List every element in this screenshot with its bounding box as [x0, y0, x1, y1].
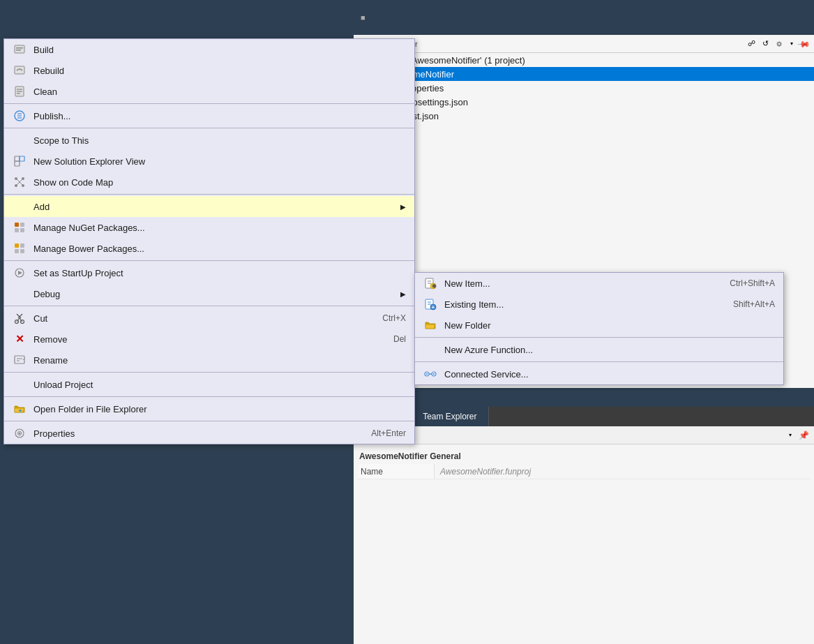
properties-tree-item[interactable]: Properties: [354, 81, 814, 95]
se-title: Solution Explorer: [359, 40, 743, 48]
submenu-item-existing[interactable]: + Existing Item... Shift+Alt+A: [415, 294, 783, 315]
add-submenu-arrow: ▶: [400, 203, 406, 211]
svg-text:+: +: [432, 304, 435, 310]
menu-item-properties[interactable]: Properties Alt+Enter: [4, 423, 414, 444]
azure-label: New Azure Function...: [444, 345, 768, 355]
cut-shortcut: Ctrl+X: [382, 313, 406, 323]
props-pin[interactable]: 📌: [799, 430, 808, 440]
svg-point-72: [433, 373, 435, 375]
menu-item-unload[interactable]: Unload Project: [4, 374, 414, 395]
code-map-icon: [13, 175, 27, 189]
se-toolbar-icon2[interactable]: ↺: [760, 38, 771, 50]
svg-rect-17: [16, 50, 21, 51]
sep-2: [4, 128, 414, 128]
existing-item-shortcut: Shift+Alt+A: [733, 299, 775, 309]
menu-item-remove[interactable]: ✕ Remove Del: [4, 329, 414, 350]
svg-point-57: [19, 433, 21, 435]
new-explorer-label: New Solution Explorer View: [33, 156, 406, 167]
rebuild-label: Rebuild: [33, 66, 406, 76]
svg-rect-41: [20, 244, 24, 248]
menu-item-code-map[interactable]: Show on Code Map: [4, 172, 414, 193]
svg-rect-38: [15, 228, 19, 232]
props-title-project: AwesomeNotifier: [359, 451, 428, 461]
bottom-section: ...Explorer Team Explorer ⊞ es ▾ 📌 Aweso…: [354, 407, 814, 644]
menu-item-startup[interactable]: Set as StartUp Project: [4, 262, 414, 283]
add-icon: [13, 200, 27, 214]
project-tree-item[interactable]: A AwesomeNotifier: [354, 67, 814, 81]
menu-item-nuget[interactable]: Manage NuGet Packages...: [4, 217, 414, 238]
sep-3: [4, 194, 414, 195]
connected-label: Connected Service...: [444, 369, 768, 380]
sep-8: [4, 421, 414, 421]
menu-item-rename[interactable]: Rename: [4, 350, 414, 370]
submenu-item-azure[interactable]: New Azure Function...: [415, 339, 783, 360]
cut-icon: [13, 311, 27, 325]
startup-label: Set as StartUp Project: [33, 268, 406, 278]
menu-item-add[interactable]: Add ▶: [4, 196, 414, 217]
sep-4: [4, 260, 414, 261]
bower-label: Manage Bower Packages...: [33, 244, 406, 254]
submenu-item-connected[interactable]: Connected Service...: [415, 364, 783, 384]
solution-explorer-titlebar: Solution Explorer ☍ ↺ ⛭ ▾ 📌: [354, 35, 814, 53]
debug-label: Debug: [33, 289, 393, 299]
properties-menu-label: Properties: [33, 428, 364, 439]
menu-item-cut[interactable]: Cut Ctrl+X: [4, 308, 414, 329]
sep-6: [4, 372, 414, 373]
rebuild-icon: [13, 63, 27, 77]
submenu-item-new-folder[interactable]: New Folder: [415, 315, 783, 336]
add-submenu: ✱ New Item... Ctrl+Shift+A + Existing It…: [414, 272, 784, 385]
unload-icon: [13, 377, 27, 391]
existing-item-label: Existing Item...: [444, 299, 726, 310]
solution-explorer-top: ■: [354, 0, 814, 35]
menu-item-debug[interactable]: Debug ▶: [4, 283, 414, 304]
solution-tree-item[interactable]: Solution 'AwesomeNotifier' (1 project): [354, 53, 814, 67]
startup-icon: [13, 266, 27, 280]
submenu-item-new-item[interactable]: ✱ New Item... Ctrl+Shift+A: [415, 273, 783, 294]
se-toolbar-icon1[interactable]: ☍: [746, 38, 757, 50]
bower-icon: [13, 241, 27, 255]
pin-icon[interactable]: 📌: [797, 37, 811, 51]
props-title-section: General: [430, 451, 461, 461]
svg-rect-43: [20, 249, 24, 253]
add-label: Add: [33, 202, 393, 212]
menu-item-new-explorer[interactable]: New Solution Explorer View: [4, 151, 414, 172]
menu-item-rebuild[interactable]: Rebuild: [4, 60, 414, 81]
properties-shortcut: Alt+Enter: [371, 428, 406, 438]
props-content: AwesomeNotifier General Name AwesomeNoti…: [354, 444, 814, 484]
prop-val-name: AwesomeNotifier.funproj: [435, 467, 531, 477]
unload-label: Unload Project: [33, 380, 406, 390]
menu-item-build[interactable]: Build: [4, 39, 414, 60]
publish-label: Publish...: [33, 111, 406, 121]
submenu-sep-2: [415, 361, 783, 362]
tab-team-explorer[interactable]: Team Explorer: [412, 407, 488, 426]
code-map-label: Show on Code Map: [33, 177, 406, 188]
svg-rect-15: [15, 45, 24, 53]
svg-point-71: [426, 373, 428, 375]
cut-label: Cut: [33, 313, 375, 324]
sep-7: [4, 396, 414, 397]
open-folder-icon: [13, 402, 27, 416]
new-item-shortcut: Ctrl+Shift+A: [730, 278, 775, 288]
svg-rect-29: [15, 161, 20, 166]
prop-key-name: Name: [358, 464, 435, 479]
menu-item-bower[interactable]: Manage Bower Packages...: [4, 238, 414, 259]
props-dropdown[interactable]: ▾: [786, 430, 794, 441]
menu-item-open-folder[interactable]: Open Folder in File Explorer: [4, 398, 414, 419]
host-json-tree-item[interactable]: {} host.json: [354, 109, 814, 123]
remove-shortcut: Del: [393, 334, 406, 344]
rename-label: Rename: [33, 355, 406, 366]
scope-icon: [13, 133, 27, 147]
clean-icon: [13, 84, 27, 98]
nuget-label: Manage NuGet Packages...: [33, 223, 406, 233]
se-dropdown[interactable]: ▾: [787, 38, 796, 50]
appsettings-tree-item[interactable]: {} appsettings.json: [354, 95, 814, 109]
svg-text:✱: ✱: [432, 283, 437, 290]
se-toolbar-icon3[interactable]: ⛭: [774, 38, 785, 50]
svg-rect-16: [16, 47, 23, 49]
menu-item-publish[interactable]: Publish...: [4, 105, 414, 126]
menu-item-scope[interactable]: Scope to This: [4, 130, 414, 151]
connected-icon: [423, 367, 437, 381]
menu-item-clean[interactable]: Clean: [4, 81, 414, 102]
props-section-title: AwesomeNotifier General: [358, 449, 810, 464]
vs-logo-area: ■: [361, 13, 365, 22]
